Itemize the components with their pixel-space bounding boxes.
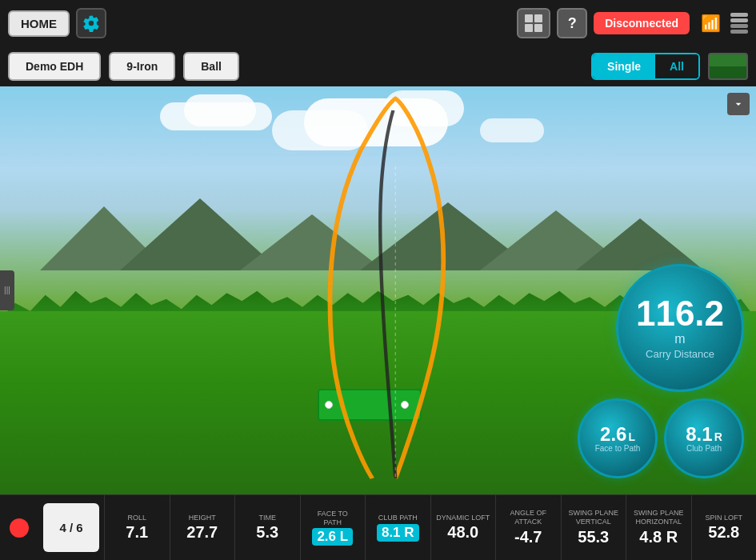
spin-loft-label: SPIN LOFT [705,514,742,522]
face-path-bottom-label: FACE TOPATH [318,510,348,527]
swing-plane-horizontal-label: SWING PLANEHORIZONTAL [634,509,684,526]
main-view: ||| 116.2 m Carry Distance 2.6 L Face to… [0,86,756,494]
club-path-bottom-value: 8.1 R [377,524,419,542]
side-panel-handle[interactable]: ||| [0,270,14,310]
face-path-circle: 2.6 L Face to Path [578,398,658,478]
settings-button[interactable] [76,8,106,38]
swing-plane-horizontal-metric: SWING PLANEHORIZONTAL 4.8 R [626,495,691,560]
chevron-down-icon [732,98,745,110]
roll-value: 7.1 [126,523,148,542]
device-selector[interactable]: Demo EDH [8,52,101,81]
dynamic-loft-label: DYNAMIC LOFT [436,514,490,522]
single-toggle[interactable]: Single [593,54,655,78]
club-path-metric: CLUB PATH 8.1 R [365,495,430,560]
club-path-circle: 8.1 R Club Path [664,398,744,478]
swing-plane-horizontal-value: 4.8 R [639,528,678,546]
face-path-label: Face to Path [592,444,644,453]
time-value: 5.3 [256,523,278,542]
face-path-bottom-value: 2.6 L [312,528,353,546]
roll-label: ROLL [127,514,146,522]
grid-icon [525,14,542,32]
face-path-metric: FACE TOPATH 2.6 L [300,495,366,560]
angle-of-attack-label: ANGLE OFATTACK [510,509,546,526]
metric-circles: 116.2 m Carry Distance 2.6 L Face to Pat… [578,264,744,478]
top-bar: HOME ? Disconnected 📶 [0,0,756,46]
roll-metric: ROLL 7.1 [104,495,170,560]
mountains [0,190,756,270]
cloud-2 [184,94,256,126]
target-selector[interactable]: Ball [183,52,239,81]
swing-plane-vertical-label: SWING PLANEVERTICAL [568,509,618,526]
golf-ball-2 [401,401,409,409]
course-flag-icon[interactable] [708,53,748,80]
angle-of-attack-metric: ANGLE OFATTACK -4.7 [495,495,561,560]
time-label: TIME [259,514,277,522]
face-path-direction: L [628,430,635,443]
swing-plane-vertical-metric: SWING PLANEVERTICAL 55.3 [561,495,626,560]
swing-plane-vertical-value: 55.3 [578,528,609,546]
spin-loft-value: 52.8 [708,523,739,542]
all-toggle[interactable]: All [655,54,698,78]
gear-icon [82,14,100,32]
height-label: HEIGHT [189,514,216,522]
club-selector[interactable]: 9-Iron [109,52,175,81]
carry-distance-label: Carry Distance [646,348,714,360]
connection-status-button[interactable]: Disconnected [594,12,690,34]
grid-view-button[interactable] [517,8,550,38]
record-button[interactable] [0,495,38,560]
home-button[interactable]: HOME [8,10,70,37]
club-path-direction: R [714,430,722,443]
small-circles-row: 2.6 L Face to Path 8.1 R Club Path [578,398,744,478]
club-path-label: Club Path [683,444,725,453]
spin-loft-metric: SPIN LOFT 52.8 [691,495,757,560]
wifi-signal: 📶 [701,14,721,33]
wifi-icon: 📶 [701,14,721,33]
battery-icon [730,13,748,34]
angle-of-attack-value: -4.7 [514,528,542,546]
face-path-value: 2.6 [600,425,626,444]
bottom-bar: 4 / 6 ROLL 7.1 HEIGHT 27.7 TIME 5.3 FACE… [0,494,756,560]
time-metric: TIME 5.3 [234,495,300,560]
second-bar: Demo EDH 9-Iron Ball Single All [0,46,756,86]
help-button[interactable]: ? [557,8,587,38]
height-value: 27.7 [186,523,218,542]
view-toggle: Single All [591,53,700,80]
cloud-6 [480,118,544,142]
carry-distance-unit: m [674,331,685,348]
carry-distance-value: 116.2 [636,296,724,331]
shot-counter[interactable]: 4 / 6 [43,503,99,552]
view-dropdown-button[interactable] [727,93,750,115]
dynamic-loft-value: 48.0 [447,523,478,542]
club-path-bottom-label: CLUB PATH [378,514,418,522]
height-metric: HEIGHT 27.7 [170,495,235,560]
cloud-5 [384,90,464,126]
record-icon [10,518,29,538]
dynamic-loft-metric: DYNAMIC LOFT 48.0 [430,495,496,560]
carry-distance-circle: 116.2 m Carry Distance [616,264,744,392]
club-path-value: 8.1 [686,425,712,444]
